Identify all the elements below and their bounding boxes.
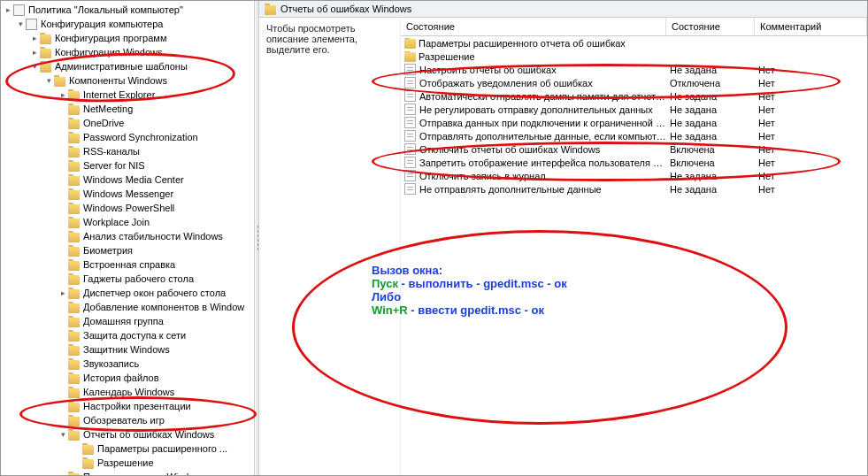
tree-item[interactable]: Обозреватель игр [58,413,254,427]
expander-icon[interactable]: ▾ [43,76,54,85]
tree-item[interactable]: Windows PowerShell [58,201,254,215]
tree-item[interactable]: ▸Параметры входа Windows [58,470,254,475]
tree-item[interactable]: NetMeeting [58,102,254,116]
tree-item[interactable]: Password Synchronization [58,130,254,144]
setting-icon [404,117,416,128]
tree-label: Административные шаблоны [54,61,188,72]
tree-item[interactable]: Windows Messenger [58,187,254,201]
tree-label: Workplace Join [82,217,150,227]
details-title: Отчеты об ошибках Windows [280,4,411,14]
tree-item[interactable]: Windows Media Center [58,173,254,187]
list-row[interactable]: Не регулировать отправку дополнительных … [401,103,867,116]
tree-label: Гаджеты рабочего стола [82,273,194,284]
folder-icon [68,219,80,228]
setting-icon [404,143,416,155]
tree-item[interactable]: Гаджеты рабочего стола [58,272,254,286]
tree-item-error-reports[interactable]: ▾Отчеты об ошибках Windows [58,427,254,441]
tree-item[interactable]: Workplace Join [58,215,254,229]
tree-item[interactable]: Защита доступа к сети [58,328,254,342]
folder-icon [68,388,80,398]
row-name-text: Отправлять дополнительные данные, если к… [419,131,666,142]
tree-item[interactable]: Добавление компонентов в Window [58,300,254,314]
list-row[interactable]: Отправлять дополнительные данные, если к… [401,129,867,142]
tree-item[interactable]: RSS-каналы [58,144,254,158]
folder-icon [68,261,80,271]
tree-label: Отчеты об ошибках Windows [82,429,214,440]
expander-icon[interactable]: ▸ [58,288,68,297]
list-row[interactable]: Разрешение [401,50,867,63]
tree-item[interactable]: Защитник Windows [58,342,254,357]
list-row[interactable]: Запретить отображение интерфейса пользов… [401,156,867,169]
expander-icon[interactable]: ▸ [58,90,68,99]
tree-item[interactable]: Звукозапись [58,357,254,371]
tree-item[interactable]: Домашняя группа [58,314,254,328]
setting-icon [404,130,416,142]
expander-icon[interactable]: ▸ [29,48,40,57]
list-row[interactable]: Настроить отчеты об ошибкахНе заданаНет [401,63,867,76]
row-comment-text: Нет [755,91,867,102]
tree-item[interactable]: Календарь Windows [58,385,254,399]
folder-icon [40,35,51,44]
list-row[interactable]: Отключить запись в журналНе заданаНет [401,169,867,182]
expander-icon[interactable]: ▾ [58,430,68,439]
list-row[interactable]: Параметры расширенного отчета об ошибках [401,36,867,50]
config-icon [26,19,37,30]
tree-item-windows-config[interactable]: ▸ Конфигурация Windows [29,45,254,59]
list-row[interactable]: Не отправлять дополнительные данныеНе за… [401,182,867,196]
expander-icon[interactable]: ▸ [58,472,68,475]
tree-item[interactable]: Параметры расширенного ... [72,441,254,456]
col-header-comment[interactable]: Комментарий [755,18,867,35]
tree-label: Встроенная справка [82,259,175,270]
row-name-text: Разрешение [419,51,475,62]
list-row[interactable]: Автоматически отправлять дампы памяти дл… [401,89,867,103]
folder-icon [68,91,80,101]
list-row[interactable]: Отображать уведомления об ошибкахОтключе… [401,76,867,89]
row-state-text: Не задана [666,171,755,181]
list-header: Состояние Состояние Комментарий [401,18,867,36]
details-panel: Отчеты об ошибках Windows Чтобы просмотр… [259,1,867,475]
tree-root-label: Политика "Локальный компьютер" [27,4,183,15]
tree-item[interactable]: ▸Диспетчер окон рабочего стола [58,286,254,300]
tree-item[interactable]: История файлов [58,371,254,385]
expander-icon[interactable]: ▾ [29,62,40,71]
col-header-state[interactable]: Состояние [666,18,755,35]
row-comment-text: Нет [755,157,867,168]
tree-item[interactable]: ▸Internet Explorer [58,88,254,102]
folder-icon [40,49,51,58]
tree-item[interactable]: Разрешение [72,456,254,470]
tree-root-item[interactable]: ▸ Политика "Локальный компьютер" [1,3,254,17]
tree-item-program-config[interactable]: ▸ Конфигурация программ [29,31,254,45]
tree-item[interactable]: OneDrive [58,116,254,130]
row-name-text: Не регулировать отправку дополнительных … [419,104,653,115]
tree-item[interactable]: Анализ стабильности Windows [58,229,254,243]
tree-label: Анализ стабильности Windows [82,231,223,242]
folder-icon [68,148,80,157]
row-state-text: Включена [666,157,755,168]
policy-tree-panel: ▸ Политика "Локальный компьютер" ▾ Конфи… [1,1,255,475]
tree-label: Разрешение [96,457,154,468]
list-row[interactable]: Отправка данных при подключении к ограни… [401,116,867,129]
tree-label: Windows PowerShell [82,203,174,213]
tree-label: RSS-каналы [82,146,140,157]
row-state-text: Включена [666,144,755,155]
row-state-text: Не задана [666,91,755,102]
folder-icon [404,52,416,62]
tree-label: Добавление компонентов в Window [82,302,244,312]
list-row[interactable]: Отключить отчеты об ошибках WindowsВключ… [401,142,867,156]
col-header-name[interactable]: Состояние [401,18,666,35]
folder-icon [68,289,80,299]
expander-icon[interactable]: ▾ [15,19,26,28]
tree-item-windows-components[interactable]: ▾ Компоненты Windows [43,73,254,88]
tree-item[interactable]: Встроенная справка [58,257,254,272]
tree-item[interactable]: Биометрия [58,243,254,257]
expander-icon[interactable]: ▸ [3,5,13,14]
tree-label: Звукозапись [82,358,139,369]
tree-item-admin-templates[interactable]: ▾ Административные шаблоны [29,59,254,73]
folder-icon [68,374,80,384]
tree-item[interactable]: Server for NIS [58,158,254,173]
expander-icon[interactable]: ▸ [29,34,40,42]
tree-label: Защита доступа к сети [82,330,186,341]
tree-item[interactable]: Настройки презентации [58,399,254,413]
tree-item-computer-config[interactable]: ▾ Конфигурация компьютера [15,17,254,31]
tree-label: Password Synchronization [82,132,198,142]
